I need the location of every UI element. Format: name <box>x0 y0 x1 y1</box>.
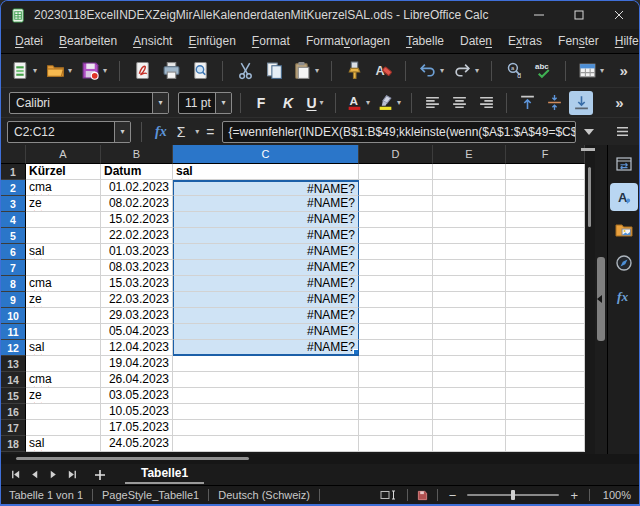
cell-e17[interactable] <box>433 420 506 436</box>
cell-e7[interactable] <box>433 260 506 276</box>
zoom-out-button[interactable]: − <box>447 488 459 503</box>
dropdown-arrow-icon[interactable]: ▾ <box>315 66 319 75</box>
cell-d2[interactable] <box>359 180 433 196</box>
dropdown-arrow-icon[interactable]: ▾ <box>195 127 199 136</box>
menu-formatvorlagen[interactable]: Formatvorlagen <box>298 31 398 51</box>
align-right-button[interactable] <box>474 91 498 115</box>
cell-a4[interactable] <box>26 212 101 228</box>
clear-formatting-button[interactable]: A <box>371 58 395 84</box>
cell-c4[interactable]: #NAME? <box>173 212 359 228</box>
highlight-color-button[interactable]: ▾ <box>375 91 403 115</box>
cell-f6[interactable] <box>506 244 585 260</box>
cell-e15[interactable] <box>433 388 506 404</box>
cell-b18[interactable]: 24.05.2023 <box>101 436 173 452</box>
cut-button[interactable] <box>233 58 257 84</box>
cell-e2[interactable] <box>433 180 506 196</box>
cell-d17[interactable] <box>359 420 433 436</box>
cell-e10[interactable] <box>433 308 506 324</box>
cell-e9[interactable] <box>433 292 506 308</box>
cell-e13[interactable] <box>433 356 506 372</box>
cell-c18[interactable] <box>173 436 359 452</box>
align-center-button[interactable] <box>447 91 471 115</box>
previous-sheet-button[interactable] <box>26 466 43 483</box>
align-bottom-button[interactable] <box>569 91 593 115</box>
cell-d11[interactable] <box>359 324 433 340</box>
print-preview-button[interactable] <box>188 58 212 84</box>
cell-c11[interactable]: #NAME? <box>173 324 359 340</box>
dropdown-arrow-icon[interactable]: ▾ <box>600 66 604 75</box>
center-vertically-button[interactable] <box>542 91 566 115</box>
cell-c12[interactable]: #NAME? <box>173 340 359 356</box>
print-button[interactable] <box>159 58 183 84</box>
font-size-combobox[interactable]: 11 pt ▾ <box>178 92 232 114</box>
cell-c10[interactable]: #NAME? <box>173 308 359 324</box>
menu-ansicht[interactable]: Ansicht <box>125 31 180 51</box>
selection-mode-icon[interactable] <box>380 489 398 501</box>
cell-e1[interactable] <box>433 164 506 180</box>
cell-d7[interactable] <box>359 260 433 276</box>
cell-c13[interactable] <box>173 356 359 372</box>
cell-b9[interactable]: 22.03.2023 <box>101 292 173 308</box>
cell-f3[interactable] <box>506 196 585 212</box>
toolbar-overflow-button[interactable]: » <box>607 91 631 115</box>
language-status[interactable]: Deutsch (Schweiz) <box>218 489 310 501</box>
dropdown-arrow-icon[interactable]: ▾ <box>33 66 37 75</box>
align-top-button[interactable] <box>515 91 539 115</box>
cell-d1[interactable] <box>359 164 433 180</box>
close-button[interactable] <box>599 1 639 29</box>
row-header-17[interactable]: 17 <box>1 420 26 436</box>
cell-d16[interactable] <box>359 404 433 420</box>
cell-f10[interactable] <box>506 308 585 324</box>
cell-a9[interactable]: ze <box>26 292 101 308</box>
undo-button[interactable]: ▾ <box>416 58 446 84</box>
paste-button[interactable]: ▾ <box>291 58 321 84</box>
row-header-2[interactable]: 2 <box>1 180 26 196</box>
cell-f5[interactable] <box>506 228 585 244</box>
cell-a18[interactable]: sal <box>26 436 101 452</box>
cell-d9[interactable] <box>359 292 433 308</box>
cell-e6[interactable] <box>433 244 506 260</box>
redo-button[interactable]: ▾ <box>451 58 481 84</box>
clone-formatting-button[interactable] <box>342 58 366 84</box>
equals-button[interactable]: = <box>204 124 216 140</box>
align-left-button[interactable] <box>420 91 444 115</box>
export-pdf-button[interactable] <box>130 58 154 84</box>
sidebar-tab-sidebar-settings[interactable] <box>610 150 638 178</box>
next-sheet-button[interactable] <box>45 466 62 483</box>
cell-e16[interactable] <box>433 404 506 420</box>
maximize-button[interactable] <box>559 1 599 29</box>
row-header-18[interactable]: 18 <box>1 436 26 452</box>
cell-f9[interactable] <box>506 292 585 308</box>
column-header-b[interactable]: B <box>101 145 173 164</box>
cell-d14[interactable] <box>359 372 433 388</box>
cell-b12[interactable]: 12.04.2023 <box>101 340 173 356</box>
add-sheet-button[interactable] <box>89 469 111 481</box>
row-header-15[interactable]: 15 <box>1 388 26 404</box>
cell-d3[interactable] <box>359 196 433 212</box>
cell-f14[interactable] <box>506 372 585 388</box>
cell-c6[interactable]: #NAME? <box>173 244 359 260</box>
horizontal-scrollbar-thumb[interactable] <box>16 457 249 460</box>
cell-f16[interactable] <box>506 404 585 420</box>
cell-b16[interactable]: 10.05.2023 <box>101 404 173 420</box>
dropdown-arrow-icon[interactable]: ▾ <box>475 66 479 75</box>
font-color-button[interactable]: A▾ <box>344 91 372 115</box>
name-box[interactable]: C2:C12 ▾ <box>7 121 131 143</box>
menu-bearbeiten[interactable]: Bearbeiten <box>51 31 125 51</box>
row-header-13[interactable]: 13 <box>1 356 26 372</box>
formula-input[interactable]: {=wennfehler(INDEX(B$1:B$49;kkleinste(we… <box>222 121 576 143</box>
chevron-down-icon[interactable]: ▾ <box>215 93 231 113</box>
italic-button[interactable]: K <box>276 91 300 115</box>
cell-b6[interactable]: 01.03.2023 <box>101 244 173 260</box>
sheet-tab-tabelle1[interactable]: Tabelle1 <box>125 465 204 484</box>
cell-b17[interactable]: 17.05.2023 <box>101 420 173 436</box>
cell-e11[interactable] <box>433 324 506 340</box>
row-header-16[interactable]: 16 <box>1 404 26 420</box>
cell-b5[interactable]: 22.02.2023 <box>101 228 173 244</box>
find-replace-button[interactable]: ad <box>502 58 526 84</box>
cell-c17[interactable] <box>173 420 359 436</box>
formula-expand-icon[interactable] <box>581 129 597 135</box>
cell-d13[interactable] <box>359 356 433 372</box>
sidebar-tab-gallery[interactable] <box>610 216 638 244</box>
cell-d15[interactable] <box>359 388 433 404</box>
